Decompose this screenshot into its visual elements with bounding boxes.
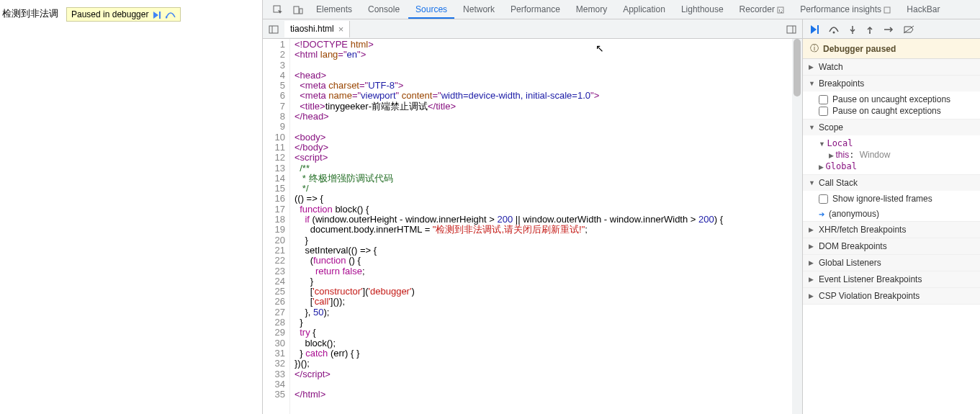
code-content[interactable]: <!DOCTYPE html><html lang="en"> <head> <… <box>290 39 792 414</box>
step-button[interactable] <box>884 24 894 34</box>
rendered-page: 检测到非法调 Paused in debugger <box>0 0 262 414</box>
info-icon: ⓘ <box>810 42 819 55</box>
tab-sources[interactable]: Sources <box>408 0 454 19</box>
tab-performance[interactable]: Performance <box>503 0 567 19</box>
inspect-icon[interactable] <box>269 4 287 15</box>
section-watch[interactable]: ▶Watch <box>803 59 980 75</box>
file-tab-tiaoshi[interactable]: tiaoshi.html × <box>284 21 350 37</box>
tab-recorder[interactable]: Recorder <box>732 0 792 19</box>
tab-network[interactable]: Network <box>456 0 502 19</box>
tab-hackbar[interactable]: HackBar <box>899 0 947 19</box>
tab-memory[interactable]: Memory <box>569 0 614 19</box>
editor-scrollbar[interactable] <box>792 39 802 414</box>
section-csp[interactable]: ▶CSP Violation Breakpoints <box>803 288 980 304</box>
ignore-listed-label: Show ignore-listed frames <box>832 194 932 204</box>
paused-label: Paused in debugger <box>71 9 148 19</box>
section-dom[interactable]: ▶DOM Breakpoints <box>803 238 980 254</box>
pause-caught-label: Pause on caught exceptions <box>832 106 941 116</box>
editor-column: tiaoshi.html × 1234567891011121314151617… <box>263 19 803 414</box>
close-file-icon[interactable]: × <box>338 24 344 35</box>
page-body-text: 检测到非法调 <box>2 7 58 20</box>
overlay-resume-button[interactable] <box>153 10 161 19</box>
tab-lighthouse[interactable]: Lighthouse <box>674 0 731 19</box>
resume-button[interactable] <box>810 24 819 35</box>
paused-overlay: Paused in debugger <box>66 7 181 22</box>
device-toggle-icon[interactable] <box>289 4 307 15</box>
debugger-paused-message: ⓘ Debugger paused <box>803 39 980 59</box>
tab-elements[interactable]: Elements <box>309 0 359 19</box>
tab-console[interactable]: Console <box>361 0 407 19</box>
scope-local-label[interactable]: Local <box>827 138 853 148</box>
step-over-button[interactable] <box>829 24 839 34</box>
scroll-thumb[interactable] <box>794 39 801 96</box>
debugger-toolbar <box>803 19 980 39</box>
devtools-tab-bar: Elements Console Sources Network Perform… <box>263 0 980 19</box>
devtools-panel: Elements Console Sources Network Perform… <box>262 0 980 414</box>
section-scope[interactable]: ▼Scope <box>803 120 980 135</box>
svg-rect-3 <box>294 6 299 14</box>
pause-uncaught-checkbox[interactable] <box>819 95 828 104</box>
line-gutter: 1234567891011121314151617181920212223242… <box>263 39 290 414</box>
overlay-step-button[interactable] <box>166 10 176 19</box>
step-into-button[interactable] <box>849 24 856 34</box>
callstack-frame-anon[interactable]: ➔(anonymous) <box>803 207 980 221</box>
current-frame-icon: ➔ <box>819 210 824 218</box>
section-xhr[interactable]: ▶XHR/fetch Breakpoints <box>803 222 980 238</box>
file-tab-name: tiaoshi.html <box>290 24 334 34</box>
ignore-listed-checkbox[interactable] <box>819 194 828 204</box>
debugger-sidebar: ⓘ Debugger paused ▶Watch ▼Breakpoints Pa… <box>803 19 980 414</box>
svg-rect-0 <box>159 12 161 19</box>
scope-this-value: Window <box>860 150 891 160</box>
tab-application[interactable]: Application <box>616 0 673 19</box>
navigator-toggle-icon[interactable] <box>263 23 284 35</box>
code-editor[interactable]: 1234567891011121314151617181920212223242… <box>263 39 802 414</box>
svg-rect-6 <box>884 7 890 13</box>
svg-point-16 <box>869 32 871 34</box>
step-out-button[interactable] <box>866 24 873 34</box>
pause-caught-checkbox[interactable] <box>819 107 828 116</box>
section-event-listeners[interactable]: ▶Event Listener Breakpoints <box>803 271 980 287</box>
pause-uncaught-label: Pause on uncaught exceptions <box>832 94 950 104</box>
svg-rect-11 <box>817 25 819 34</box>
section-callstack[interactable]: ▼Call Stack <box>803 175 980 191</box>
more-tabs-icon[interactable] <box>781 23 802 35</box>
svg-rect-4 <box>300 9 302 14</box>
section-global-listeners[interactable]: ▶Global Listeners <box>803 255 980 271</box>
svg-rect-9 <box>787 26 796 33</box>
tab-performance-insights[interactable]: Performance insights <box>793 0 898 19</box>
file-tab-bar: tiaoshi.html × <box>263 19 802 39</box>
deactivate-breakpoints-button[interactable] <box>904 24 914 34</box>
scope-this-label[interactable]: this <box>836 150 850 160</box>
scope-global-label[interactable]: Global <box>826 161 857 171</box>
section-breakpoints[interactable]: ▼Breakpoints <box>803 76 980 91</box>
svg-rect-7 <box>269 26 278 33</box>
mouse-cursor-icon: ↖ <box>595 43 604 53</box>
svg-point-12 <box>833 31 835 33</box>
svg-point-14 <box>852 32 853 34</box>
